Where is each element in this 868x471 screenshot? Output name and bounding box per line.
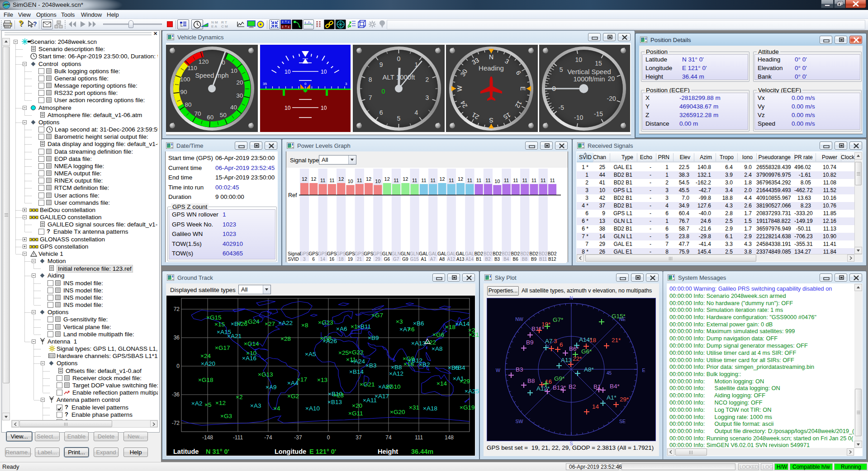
svg-text:14: 14 <box>592 403 599 410</box>
svg-text:B3: B3 <box>516 366 523 373</box>
svg-text:21*: 21* <box>612 337 621 344</box>
svg-text:A7: A7 <box>545 338 553 344</box>
svg-text:B6*: B6* <box>569 345 579 352</box>
svg-text:W: W <box>496 367 500 373</box>
svg-text:N: N <box>569 295 573 301</box>
svg-text:G6*: G6* <box>581 348 592 355</box>
svg-text:3: 3 <box>554 338 557 344</box>
svg-text:B8: B8 <box>527 377 535 384</box>
svg-text:B2: B2 <box>569 383 576 390</box>
svg-text:B9: B9 <box>526 339 534 346</box>
svg-text:A1*: A1* <box>607 394 617 401</box>
svg-text:B1: B1 <box>593 383 601 390</box>
svg-text:E: E <box>642 367 645 373</box>
svg-text:45: 45 <box>607 371 612 376</box>
svg-text:SW: SW <box>516 419 523 424</box>
svg-text:NW: NW <box>515 316 523 322</box>
svg-text:A12*: A12* <box>536 385 550 392</box>
svg-text:G9*: G9* <box>554 375 565 382</box>
svg-text:G7*: G7* <box>553 316 564 323</box>
svg-text:A13: A13 <box>561 357 572 363</box>
svg-text:18: 18 <box>589 337 596 344</box>
svg-text:B4*: B4* <box>610 383 620 390</box>
svg-text:G15*: G15* <box>612 313 626 320</box>
svg-text:22*: 22* <box>573 355 582 362</box>
svg-text:6: 6 <box>560 341 563 348</box>
svg-text:A8*: A8* <box>584 366 594 373</box>
svg-text:SE: SE <box>619 419 626 424</box>
svg-text:29*: 29* <box>620 396 629 403</box>
